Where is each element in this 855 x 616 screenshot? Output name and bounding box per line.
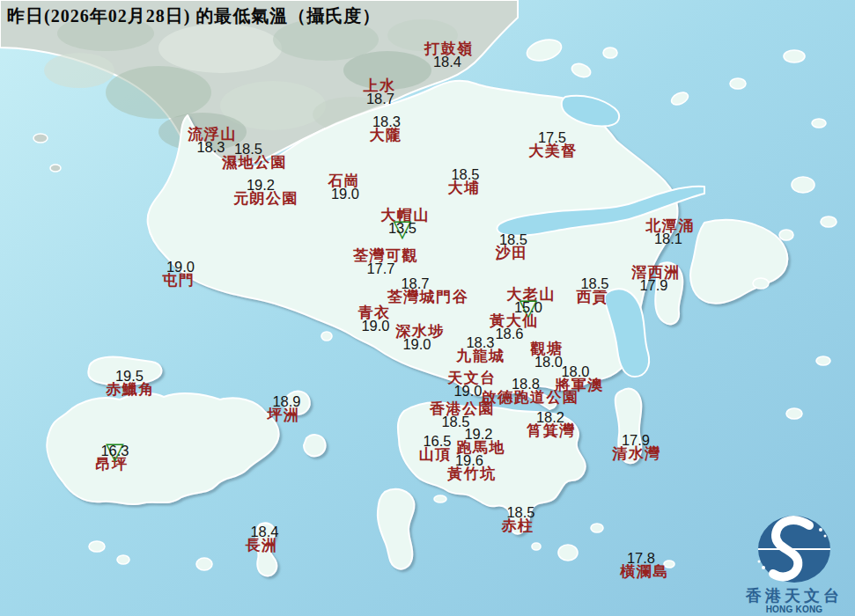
hko-logo-icon	[743, 512, 845, 586]
weather-station: 19.6黃竹坑	[447, 454, 497, 480]
station-value: 18.9	[272, 395, 300, 408]
station-value: 18.5	[580, 277, 608, 290]
station-value: 18.4	[250, 525, 278, 539]
station-value: 18.5	[506, 506, 534, 519]
station-name: 大隴	[370, 128, 402, 142]
station-value: ▽13.5	[375, 222, 430, 235]
weather-station: 打鼓嶺18.4	[424, 42, 474, 69]
hko-temperature-map: 昨日(2026年02月28日) 的最低氣溫（攝氏度） 打鼓嶺18.4上水18.7…	[0, 0, 855, 616]
weather-station: 石崗19.0	[328, 174, 361, 201]
station-name: 大美督	[528, 144, 578, 158]
station-value: 18.1	[642, 232, 695, 246]
station-value: 19.5	[104, 370, 155, 383]
station-name: 荃灣城門谷	[387, 290, 469, 304]
weather-station: 18.5大埔	[448, 168, 481, 194]
station-value: 19.2	[452, 428, 505, 441]
weather-station: 18.5赤柱	[500, 506, 534, 532]
weather-station: 18.8啟德跑道公園	[482, 378, 579, 404]
station-value: 19.6	[442, 454, 497, 467]
station-name: 清水灣	[612, 447, 661, 460]
station-value: 18.0	[547, 365, 604, 378]
weather-station: 18.5濕地公園	[222, 143, 287, 169]
weather-station: 青衣19.0	[358, 306, 391, 333]
hko-logo: 香港天文台 HONG KONG OBSERVATORY	[733, 512, 855, 616]
station-value: 19.0	[166, 260, 195, 274]
weather-station: 18.9坪洲	[266, 395, 300, 422]
station-name: 西貢	[576, 290, 608, 304]
station-name: 九龍城	[456, 349, 505, 363]
weather-station: 17.5大美督	[528, 131, 578, 158]
station-name: 坪洲	[266, 408, 300, 422]
station-value: ▽16.3	[100, 444, 129, 458]
weather-station: 滘西洲17.9	[631, 266, 681, 292]
station-value: 19.0	[389, 338, 445, 351]
weather-station: 18.5西貢	[576, 277, 608, 304]
station-name: 濕地公園	[222, 156, 287, 169]
station-name: 黃竹坑	[447, 467, 497, 480]
weather-station: 北潭涌18.1	[645, 219, 695, 246]
weather-station: 大老山▽15.0	[506, 288, 556, 314]
station-value: 18.5	[499, 233, 528, 246]
weather-station: 18.4長洲	[244, 525, 278, 552]
station-value: 18.3	[455, 336, 505, 349]
weather-station: 19.5赤鱲角	[106, 370, 155, 396]
weather-station: 17.9清水灣	[612, 434, 661, 460]
station-name: 赤柱	[500, 519, 534, 532]
weather-station: 18.3九龍城	[456, 336, 505, 363]
stations-layer: 打鼓嶺18.4上水18.718.3大隴17.5大美督流浮山18.318.5濕地公…	[0, 0, 855, 616]
station-name: 長洲	[244, 539, 278, 552]
weather-station: 深水埗19.0	[395, 325, 445, 351]
hko-logo-chinese: 香港天文台	[733, 587, 855, 605]
weather-station: ▽16.3昂坪	[94, 444, 129, 471]
station-value: 18.3	[372, 115, 402, 128]
station-name: 筲箕灣	[527, 424, 576, 437]
weather-station: 香港公園18.5	[430, 402, 495, 429]
weather-station: 17.8橫瀾島	[620, 552, 669, 578]
station-value: 17.8	[613, 552, 669, 565]
station-value: 18.8	[473, 378, 579, 391]
weather-station: 18.7荃灣城門谷	[387, 277, 469, 304]
station-name: 大埔	[448, 181, 481, 194]
station-value: 18.7	[362, 277, 469, 290]
station-name: 赤鱲角	[106, 383, 155, 396]
weather-station: 18.5沙田	[496, 233, 528, 260]
station-value: 17.9	[627, 279, 681, 292]
weather-station: 19.2跑馬地	[456, 428, 505, 454]
station-name: 沙田	[496, 246, 528, 260]
hko-logo-english: HONG KONG OBSERVATORY	[733, 605, 855, 616]
station-value: 18.7	[365, 92, 396, 106]
station-name: 屯門	[163, 274, 195, 287]
weather-station: 19.0屯門	[163, 260, 195, 287]
weather-station: 荃灣可觀17.7	[353, 249, 418, 275]
station-value: 18.2	[525, 411, 576, 424]
station-value: 19.0	[330, 187, 361, 201]
station-value: 19.0	[361, 319, 391, 333]
station-name: 橫瀾島	[620, 565, 669, 578]
station-name: 元朗公園	[233, 192, 299, 205]
station-value: 18.5	[451, 168, 481, 181]
weather-station: 大帽山▽13.5	[380, 209, 430, 235]
weather-station: 18.2筲箕灣	[527, 411, 576, 437]
weather-station: 19.2元朗公園	[233, 179, 299, 205]
station-value: 18.5	[210, 143, 287, 156]
station-value: 17.9	[610, 434, 661, 447]
station-name: 啟德跑道公園	[482, 391, 579, 404]
station-value: 19.2	[223, 179, 299, 192]
station-value: 17.5	[527, 131, 578, 144]
weather-station: 上水18.7	[364, 79, 396, 106]
station-value: 17.7	[343, 262, 418, 275]
station-value: 16.5	[423, 435, 451, 448]
map-title: 昨日(2026年02月28日) 的最低氣溫（攝氏度）	[7, 4, 380, 28]
station-value: 18.4	[421, 55, 474, 69]
weather-station: 18.3大隴	[370, 115, 402, 142]
